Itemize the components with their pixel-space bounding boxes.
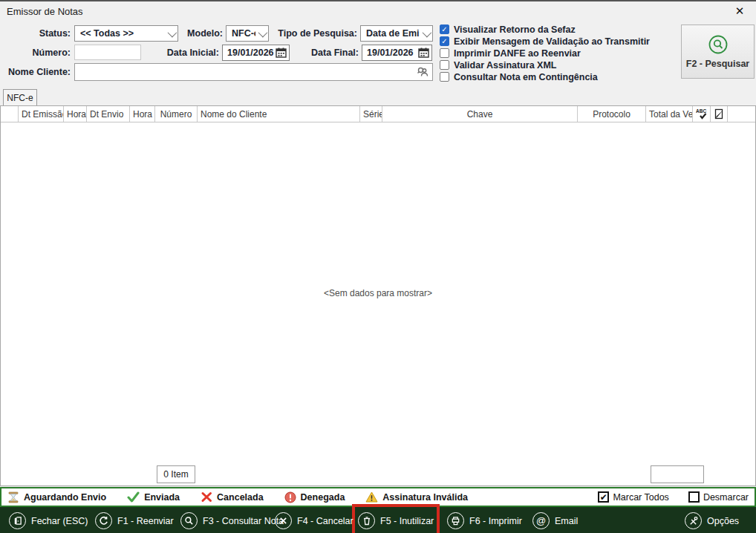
title-bar: Emissor de Notas ✕	[0, 1, 756, 21]
opcoes-button[interactable]: Opções	[685, 507, 739, 533]
item-count-box: 0 Item	[157, 465, 195, 483]
desmarcar-label: Desmarcar	[703, 492, 749, 503]
toolbar-label: Email	[555, 516, 578, 526]
window-title: Emissor de Notas	[7, 6, 83, 17]
empty-data-message: <Sem dados para mostrar>	[1, 288, 755, 298]
fechar-esc-button[interactable]: Fechar (ESC)	[9, 507, 88, 533]
email-button[interactable]: @ Email	[532, 507, 578, 533]
modelo-label: Modelo:	[182, 27, 223, 39]
tipo-pesquisa-value: Data de Emissão	[366, 28, 420, 39]
tab-nfce[interactable]: NFC-e	[3, 89, 37, 106]
notas-grid: Dt Emissão Hora Dt Envio Hora Número Nom…	[0, 105, 756, 486]
grid-header-row: Dt Emissão Hora Dt Envio Hora Número Nom…	[1, 106, 755, 122]
toolbar-label: F1 - Reenviar	[117, 516, 174, 526]
bottom-toolbar: Fechar (ESC) F1 - Reenviar F3 - Consulta…	[0, 507, 756, 533]
nome-cliente-field	[74, 63, 433, 81]
toolbar-label: F4 - Cancelar	[297, 516, 353, 526]
data-inicial-label: Data Inicial:	[152, 47, 219, 59]
modelo-select[interactable]: NFC-e	[226, 25, 269, 42]
data-inicial-input[interactable]: 19/01/2026	[222, 45, 290, 61]
chevron-down-icon	[168, 27, 177, 37]
footer-empty-box[interactable]	[651, 465, 704, 483]
numero-label: Número:	[0, 47, 71, 59]
checkbox-consultar-nota-contingencia[interactable]: Consultar Nota em Contingência	[440, 71, 598, 82]
chevron-down-icon	[423, 27, 432, 37]
checkbox-label: Consultar Nota em Contingência	[454, 72, 598, 82]
checkbox-unchecked-icon	[440, 60, 449, 70]
f6-imprimir-button[interactable]: F6 - Imprimir	[447, 507, 522, 533]
status-select[interactable]: << Todas >>	[74, 25, 178, 42]
column-total-venda[interactable]: Total da Venda	[646, 106, 693, 122]
tipo-pesquisa-select[interactable]: Data de Emissão	[360, 25, 433, 42]
trash-icon	[358, 512, 375, 529]
numero-input[interactable]	[74, 45, 141, 60]
modelo-value: NFC-e	[232, 28, 255, 39]
toolbar-label: F6 - Imprimir	[469, 516, 522, 526]
column-serie[interactable]: Série	[360, 106, 382, 122]
checkbox-visualizar-retorno-sefaz[interactable]: ✓ Visualizar Retorno da Sefaz	[440, 24, 576, 35]
column-protocolo[interactable]: Protocolo	[578, 106, 646, 122]
legend-denegada: Denegada	[284, 491, 345, 503]
checkbox-exibir-mensagem-validacao[interactable]: ✓ Exibir Mensagem de Validação ao Transm…	[440, 36, 650, 47]
column-numero[interactable]: Número	[155, 106, 198, 122]
nome-cliente-label: Nome Cliente:	[0, 66, 71, 78]
hourglass-icon	[7, 491, 19, 503]
f3-consultar-nota-button[interactable]: F3 - Consultar Nota	[180, 507, 284, 533]
checkbox-unchecked-icon	[440, 48, 449, 58]
column-hora-emissao[interactable]: Hora	[64, 106, 87, 122]
legend-label: Denegada	[301, 492, 345, 503]
checked-box-icon: ✔	[598, 491, 609, 503]
marcar-todos-label: Marcar Todos	[613, 492, 669, 503]
person-search-icon[interactable]	[417, 66, 429, 78]
xml-document-icon[interactable]	[711, 106, 728, 122]
data-final-input[interactable]: 19/01/2026	[362, 45, 432, 61]
printer-icon	[447, 512, 464, 529]
legend-assinatura-invalida: Assinatura Inválida	[365, 491, 468, 503]
red-x-icon	[201, 491, 212, 503]
tab-strip: NFC-e	[0, 89, 756, 106]
marcar-todos-button[interactable]: ✔ Marcar Todos	[598, 491, 669, 503]
search-icon	[708, 34, 729, 55]
toolbar-label: F5 - Inutilizar	[380, 516, 434, 526]
column-select[interactable]	[1, 106, 19, 122]
column-nome-cliente[interactable]: Nome do Cliente	[198, 106, 360, 122]
legend-enviada: Enviada	[127, 491, 180, 503]
checkbox-imprimir-danfe[interactable]: Imprimir DANFE ao Reenviar	[440, 48, 581, 59]
data-inicial-value: 19/01/2026	[227, 48, 276, 58]
toolbar-label: Fechar (ESC)	[31, 516, 88, 526]
desmarcar-button[interactable]: Desmarcar	[688, 491, 749, 503]
toolbar-label: Opções	[707, 516, 739, 526]
calendar-icon[interactable]	[276, 48, 287, 58]
close-icon[interactable]: ✕	[732, 4, 747, 18]
status-label: Status:	[0, 27, 71, 39]
checkbox-label: Validar Assinatura XML	[454, 60, 556, 71]
unchecked-box-icon	[688, 491, 700, 503]
tools-icon	[685, 512, 702, 529]
legend-cancelada: Cancelada	[201, 491, 264, 503]
legend-label: Enviada	[144, 492, 180, 503]
at-icon: @	[532, 512, 550, 529]
green-check-icon	[127, 491, 140, 503]
data-final-label: Data Final:	[301, 47, 359, 59]
column-hora-envio[interactable]: Hora	[130, 106, 155, 122]
checkbox-unchecked-icon	[440, 72, 449, 82]
calendar-icon[interactable]	[418, 48, 429, 58]
red-exclamation-icon	[284, 491, 296, 503]
f1-reenviar-button[interactable]: F1 - Reenviar	[95, 507, 174, 533]
svg-text:ABC: ABC	[696, 108, 706, 114]
legend-label: Assinatura Inválida	[382, 492, 468, 503]
column-chave[interactable]: Chave	[382, 106, 578, 122]
checkbox-label: Exibir Mensagem de Validação ao Transmit…	[454, 36, 650, 47]
nome-cliente-input[interactable]	[75, 64, 417, 80]
f2-pesquisar-button[interactable]: F2 - Pesquisar	[681, 24, 755, 79]
f5-inutilizar-button[interactable]: F5 - Inutilizar	[358, 507, 434, 533]
emissor-de-notas-window: Emissor de Notas ✕ Status: << Todas >> M…	[0, 0, 756, 533]
legend-label: Aguardando Envio	[24, 492, 106, 503]
legend-label: Cancelada	[217, 492, 264, 503]
spellcheck-icon[interactable]: ABC	[693, 106, 711, 122]
f4-cancelar-button[interactable]: F4 - Cancelar	[275, 507, 353, 533]
checkbox-validar-assinatura-xml[interactable]: Validar Assinatura XML	[440, 59, 556, 71]
column-dt-emissao[interactable]: Dt Emissão	[19, 106, 64, 122]
refresh-icon	[95, 512, 112, 529]
column-dt-envio[interactable]: Dt Envio	[87, 106, 130, 122]
